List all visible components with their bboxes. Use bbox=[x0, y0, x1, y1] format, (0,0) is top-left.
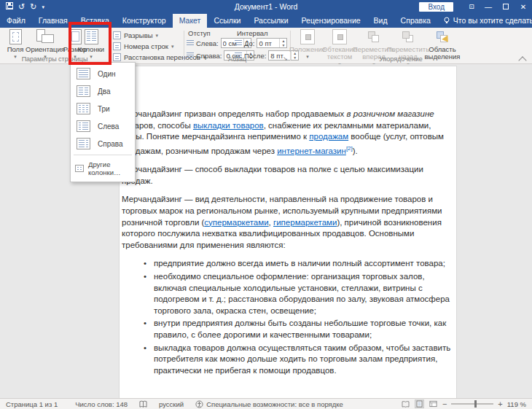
menu-item-one-column[interactable]: Один bbox=[71, 65, 135, 82]
menu-separator bbox=[74, 155, 132, 155]
word-count[interactable]: Число слов: 148 bbox=[69, 400, 133, 408]
position-label: Положение bbox=[289, 46, 326, 53]
quick-access-toolbar: ↺ ↻ ▾ bbox=[0, 2, 44, 11]
right-column-icon bbox=[77, 138, 90, 149]
signin-button[interactable]: Вход bbox=[419, 2, 453, 12]
list-item: предприятие должно всегда иметь в наличи… bbox=[144, 258, 454, 270]
columns-icon bbox=[85, 29, 98, 44]
group-arrange: Положение ▾ Обтекание текстом ▾ Перемест… bbox=[292, 28, 474, 63]
lightbulb-icon bbox=[443, 17, 450, 24]
accessibility-status[interactable]: Специальные возможности: все в порядке bbox=[189, 400, 349, 408]
spacing-before-input[interactable] bbox=[257, 39, 279, 47]
columns-label: Колонки bbox=[78, 46, 104, 53]
undo-button[interactable]: ↺ bbox=[18, 3, 25, 11]
document-page[interactable]: Мерчандайзинг призван определять набор п… bbox=[119, 66, 457, 398]
zoom-in-button[interactable]: + bbox=[498, 400, 502, 408]
maximize-button[interactable] bbox=[497, 0, 515, 13]
paragraph: Мерчандайзинг — вид деятельности, направ… bbox=[122, 194, 454, 251]
menu-item-three-columns[interactable]: Три bbox=[71, 100, 135, 117]
tab-references[interactable]: Ссылки bbox=[207, 14, 247, 28]
send-backward-icon bbox=[401, 29, 415, 44]
paragraph-dialog-launcher[interactable]: ↘ bbox=[283, 55, 288, 62]
hyperlink[interactable]: гипермаркетами bbox=[273, 218, 337, 227]
minimize-button[interactable]: — bbox=[480, 0, 497, 13]
tab-mailings[interactable]: Рассылки bbox=[247, 14, 294, 28]
more-columns-icon bbox=[75, 165, 84, 172]
tab-insert[interactable]: Вставка bbox=[74, 14, 116, 28]
group-label-paragraph: Абзац bbox=[186, 55, 289, 63]
menu-item-label: Справа bbox=[98, 140, 123, 148]
spacing-before-down[interactable]: ▼ bbox=[280, 43, 286, 47]
more-columns-label: Другие колонки… bbox=[88, 160, 130, 176]
group-label-arrange: Упорядочение bbox=[335, 55, 466, 63]
proofing-status[interactable] bbox=[133, 400, 153, 408]
zoom-slider-thumb[interactable] bbox=[474, 400, 477, 408]
hyperlink[interactable]: выкладки товаров bbox=[193, 121, 264, 130]
print-layout-icon bbox=[416, 400, 423, 408]
ribbon: Поля ▾ Ориентация ▾ Размер ▾ Колонки ▾ Р… bbox=[0, 28, 532, 64]
paragraph: Мерчандайзинг призван определять набор п… bbox=[122, 109, 454, 157]
zoom-level[interactable]: 119 % bbox=[507, 400, 526, 408]
customize-quick-access-button[interactable]: ▾ bbox=[42, 4, 44, 9]
zoom-slider[interactable] bbox=[451, 403, 493, 405]
menu-item-left-column[interactable]: Слева bbox=[71, 117, 135, 135]
close-button[interactable]: ✕ bbox=[515, 0, 532, 13]
menu-item-label: Два bbox=[98, 87, 111, 96]
columns-menu: Один Два Три Слева Справа Другие колонки… bbox=[70, 62, 136, 182]
spacing-before-label: До: bbox=[244, 39, 254, 47]
zoom-out-button[interactable]: − bbox=[442, 400, 447, 408]
view-print-layout-button[interactable] bbox=[415, 400, 424, 408]
menu-item-two-columns[interactable]: Два bbox=[71, 82, 135, 100]
tab-design[interactable]: Конструктор bbox=[116, 14, 173, 28]
line-numbers-label: Номера строк bbox=[124, 42, 168, 50]
hyperlink[interactable]: супермаркетами bbox=[204, 218, 268, 227]
group-page-setup: Поля ▾ Ориентация ▾ Размер ▾ Колонки ▾ Р… bbox=[0, 28, 184, 63]
tell-me-label: Что вы хотите сделать? bbox=[453, 16, 532, 25]
ribbon-separator bbox=[184, 31, 184, 61]
menu-item-label: Слева bbox=[98, 122, 119, 131]
language-indicator[interactable]: русский bbox=[153, 400, 189, 408]
text-segment: Мерчандайзинг — способ выкладки товаров … bbox=[122, 165, 423, 185]
three-columns-icon bbox=[77, 103, 90, 114]
hyperlink[interactable]: продажам bbox=[309, 132, 348, 141]
tab-view[interactable]: Вид bbox=[367, 14, 394, 28]
document-content: Мерчандайзинг призван определять набор п… bbox=[122, 109, 454, 378]
accessibility-icon bbox=[195, 400, 203, 408]
columns-button[interactable]: Колонки ▾ bbox=[75, 29, 107, 60]
save-button[interactable] bbox=[6, 2, 13, 11]
indent-left-label: Слева: bbox=[196, 39, 219, 47]
breaks-label: Разрывы bbox=[124, 31, 153, 39]
margins-icon bbox=[9, 29, 22, 44]
view-read-mode-button[interactable] bbox=[401, 400, 410, 408]
one-column-icon bbox=[77, 68, 90, 79]
menu-item-label: Три bbox=[98, 105, 110, 113]
left-column-icon bbox=[77, 120, 90, 132]
text-segment: Мерчандайзинг призван определять набор п… bbox=[122, 109, 347, 118]
paragraph: Мерчандайзинг — способ выкладки товаров … bbox=[122, 164, 454, 187]
tab-review[interactable]: Рецензирование bbox=[295, 14, 367, 28]
wrap-text-icon bbox=[332, 29, 347, 44]
list-item: выкладка товаров должна осуществляться т… bbox=[144, 343, 454, 377]
position-caret-icon: ▾ bbox=[306, 54, 309, 60]
restore-icon bbox=[503, 4, 509, 9]
menu-item-right-column[interactable]: Справа bbox=[71, 135, 135, 152]
collapse-ribbon-button[interactable] bbox=[519, 55, 526, 61]
tab-file[interactable]: Файл bbox=[0, 14, 32, 28]
hyperlink[interactable]: интернет-магазин bbox=[277, 147, 346, 155]
ribbon-display-options-button[interactable]: ⊡ bbox=[463, 3, 480, 10]
tell-me-box[interactable]: Что вы хотите сделать? bbox=[437, 16, 532, 28]
selection-pane-icon bbox=[435, 29, 450, 44]
bring-forward-icon bbox=[367, 29, 381, 44]
redo-button[interactable]: ↻ bbox=[30, 3, 36, 11]
text-segment: ). bbox=[353, 147, 358, 155]
tab-home[interactable]: Главная bbox=[32, 14, 74, 28]
position-icon bbox=[300, 29, 315, 44]
spacing-before-field[interactable]: ▲▼ bbox=[257, 38, 287, 48]
tab-layout[interactable]: Макет bbox=[173, 14, 208, 28]
view-web-layout-button[interactable] bbox=[429, 400, 438, 408]
hyperlink[interactable]: [2] bbox=[346, 145, 353, 152]
menu-item-more-columns[interactable]: Другие колонки… bbox=[71, 157, 135, 179]
tab-help[interactable]: Справка bbox=[394, 14, 437, 28]
page-indicator[interactable]: Страница 1 из 1 bbox=[0, 400, 63, 408]
ribbon-tab-row: Файл Главная Вставка Конструктор Макет С… bbox=[0, 13, 532, 28]
